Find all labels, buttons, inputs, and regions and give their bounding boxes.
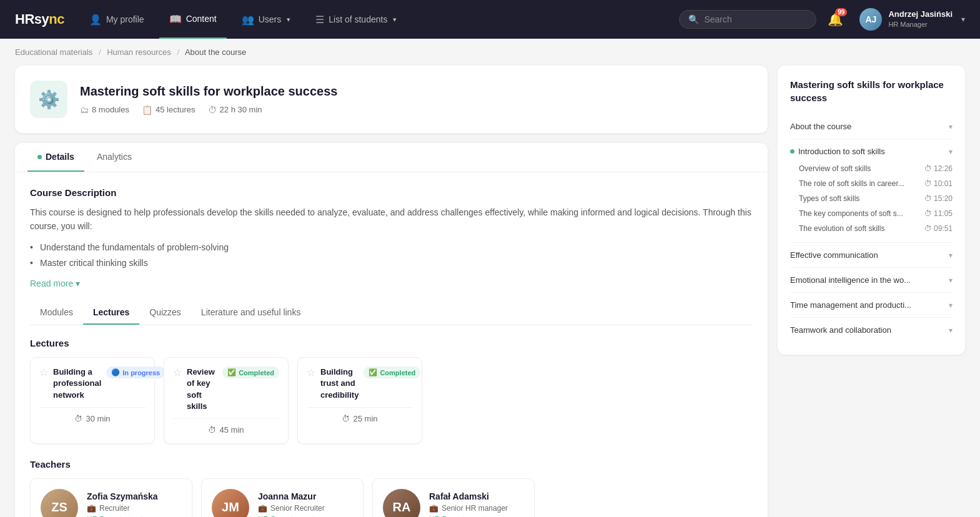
list-icon: ☰ — [315, 14, 324, 26]
app-logo[interactable]: HRsync — [15, 11, 64, 27]
sidebar-section-teamwork: Teamwork and collaboration — [790, 318, 953, 342]
about-label-text: About the course — [790, 122, 851, 131]
teacher-name-2: Rafał Adamski — [429, 491, 508, 501]
breadcrumb-item-0[interactable]: Educational materials — [15, 47, 92, 57]
teacher-name-0: Zofia Szymańska — [87, 491, 158, 501]
tab-details[interactable]: Details — [27, 143, 84, 172]
nav-item-content[interactable]: 📖 Content — [159, 0, 227, 39]
sidebar-lesson-4[interactable]: The evolution of soft skills ⏱ 09:51 — [799, 221, 953, 236]
description-title: Course Description — [30, 187, 753, 198]
sidebar-title: Mastering soft skills for workplace succ… — [790, 78, 953, 104]
sidebar-section-header-time-mgmt[interactable]: Time management and producti... — [790, 299, 953, 311]
lecture-name-1: Review of key soft skills — [187, 367, 217, 412]
lecture-star-2[interactable]: ☆ — [307, 367, 315, 378]
sidebar-section-effective-comm: Effective communication — [790, 243, 953, 268]
search-box[interactable]: 🔍 — [679, 10, 816, 29]
sidebar-lesson-2[interactable]: Types of soft skills ⏱ 15:20 — [799, 191, 953, 206]
user-role: HR Manager — [888, 20, 953, 29]
sub-tab-lectures[interactable]: Lectures — [83, 301, 139, 325]
lecture-card-1: ☆ Review of key soft skills ✅ Completed … — [164, 357, 289, 444]
lecture-name-2: Building trust and credibility — [320, 367, 359, 401]
teacher-avatar-2: RA — [383, 489, 420, 517]
time-mgmt-label-text: Time management and producti... — [790, 300, 911, 310]
sub-tab-quizzes[interactable]: Quizzes — [139, 301, 191, 325]
lecture-star-1[interactable]: ☆ — [173, 367, 182, 378]
badge-icon-2: ✅ — [369, 368, 377, 377]
lesson-time-val-2: 15:20 — [934, 194, 953, 203]
emotional-intel-chevron — [949, 276, 953, 285]
sidebar-section-label-teamwork: Teamwork and collaboration — [790, 325, 891, 335]
user-menu[interactable]: AJ Andrzej Jasiński HR Manager ▾ — [859, 8, 965, 31]
time-icon-0: ⏱ — [74, 414, 82, 423]
sidebar-section-label-time-mgmt: Time management and producti... — [790, 300, 911, 310]
course-duration-meta: ⏱ 22 h 30 min — [208, 105, 262, 115]
time-value-0: 30 min — [86, 414, 110, 423]
sidebar-section-header-intro[interactable]: Introduction to soft skills — [790, 145, 953, 157]
logo-accent: nc — [49, 11, 64, 27]
teacher-info-1: Joanna Mazur 💼 Senior Recruiter HR Depar… — [258, 491, 325, 517]
sidebar-section-emotional-intel: Emotional intelligence in the wo... — [790, 268, 953, 293]
teachers-grid: ZS Zofia Szymańska 💼 Recruiter HR Depart… — [30, 478, 753, 517]
lecture-star-0[interactable]: ☆ — [39, 367, 48, 378]
sub-tab-label-quizzes: Quizzes — [149, 307, 181, 317]
lectures-title: Lectures — [30, 338, 753, 348]
read-more-chevron: ▾ — [76, 278, 80, 288]
sidebar-section-header-emotional-intel[interactable]: Emotional intelligence in the wo... — [790, 274, 953, 286]
sidebar-section-header-teamwork[interactable]: Teamwork and collaboration — [790, 324, 953, 336]
breadcrumb-item-2: About the course — [185, 47, 246, 57]
nav-item-list-of-students[interactable]: ☰ List of students ▾ — [305, 0, 407, 39]
nav-item-users[interactable]: 👥 Users ▾ — [232, 0, 301, 39]
sub-tab-literature[interactable]: Literature and useful links — [191, 301, 311, 325]
search-input[interactable] — [704, 14, 807, 24]
sub-tab-modules[interactable]: Modules — [30, 301, 83, 325]
lesson-time-val-4: 09:51 — [934, 224, 953, 233]
sub-tab-label-literature: Literature and useful links — [201, 307, 301, 317]
lesson-time-4: ⏱ 09:51 — [924, 224, 953, 233]
intro-label-text: Introduction to soft skills — [798, 147, 885, 156]
lesson-clock-4: ⏱ — [924, 224, 932, 233]
time-mgmt-chevron — [949, 301, 953, 310]
course-lectures-meta: 📋 45 lectures — [142, 105, 196, 115]
course-modules: 8 modules — [92, 105, 129, 114]
effective-comm-label-text: Effective communication — [790, 250, 878, 260]
sidebar-lesson-0[interactable]: Overview of soft skills ⏱ 12:26 — [799, 161, 953, 176]
sidebar: Mastering soft skills for workplace succ… — [778, 66, 965, 355]
lesson-clock-1: ⏱ — [924, 179, 932, 188]
lesson-time-val-3: 11:05 — [934, 209, 953, 218]
bullet-1: Master critical thinking skills — [30, 255, 753, 271]
badge-label-1: Completed — [239, 369, 274, 377]
nav-label-list-of-students: List of students — [329, 14, 387, 24]
lesson-name-2: Types of soft skills — [799, 194, 924, 203]
time-icon-1: ⏱ — [208, 425, 216, 435]
lecture-card-top-0: ☆ Building a professional network 🔵 In p… — [39, 367, 146, 401]
user-dropdown-icon: ▾ — [961, 15, 965, 24]
avatar: AJ — [859, 8, 882, 31]
sidebar-section-about: About the course — [790, 114, 953, 139]
sidebar-section-header-effective-comm[interactable]: Effective communication — [790, 249, 953, 261]
teacher-avatar-initials-0: ZS — [41, 489, 78, 517]
tab-label-details: Details — [46, 152, 74, 162]
tabs-card: Details Analytics Course Description Thi… — [15, 143, 768, 517]
emotional-intel-label-text: Emotional intelligence in the wo... — [790, 275, 911, 285]
sidebar-lesson-1[interactable]: The role of soft skills in career... ⏱ 1… — [799, 176, 953, 191]
lesson-name-3: The key components of soft s... — [799, 209, 924, 218]
teacher-avatar-initials-1: JM — [212, 489, 249, 517]
read-more-button[interactable]: Read more ▾ — [30, 278, 753, 288]
lesson-time-1: ⏱ 10:01 — [924, 179, 953, 188]
lecture-time-1: ⏱ 45 min — [173, 418, 279, 435]
sidebar-section-time-mgmt: Time management and producti... — [790, 293, 953, 318]
lecture-badge-1: ✅ Completed — [222, 367, 279, 378]
profile-icon: 👤 — [89, 14, 102, 26]
lecture-name-0: Building a professional network — [53, 367, 101, 401]
sidebar-section-label-about: About the course — [790, 122, 851, 131]
role-icon-1: 💼 — [258, 504, 267, 513]
teacher-card-2: RA Rafał Adamski 💼 Senior HR manager HR … — [372, 478, 535, 517]
nav-item-my-profile[interactable]: 👤 My profile — [79, 0, 154, 39]
users-dropdown-icon: ▾ — [287, 16, 290, 24]
tab-analytics[interactable]: Analytics — [87, 143, 142, 172]
sidebar-lesson-3[interactable]: The key components of soft s... ⏱ 11:05 — [799, 206, 953, 221]
breadcrumb-item-1[interactable]: Human resources — [107, 47, 171, 57]
course-lectures: 45 lectures — [156, 105, 196, 114]
notification-bell[interactable]: 🔔 99 — [828, 12, 843, 27]
sidebar-section-header-about[interactable]: About the course — [790, 121, 953, 132]
